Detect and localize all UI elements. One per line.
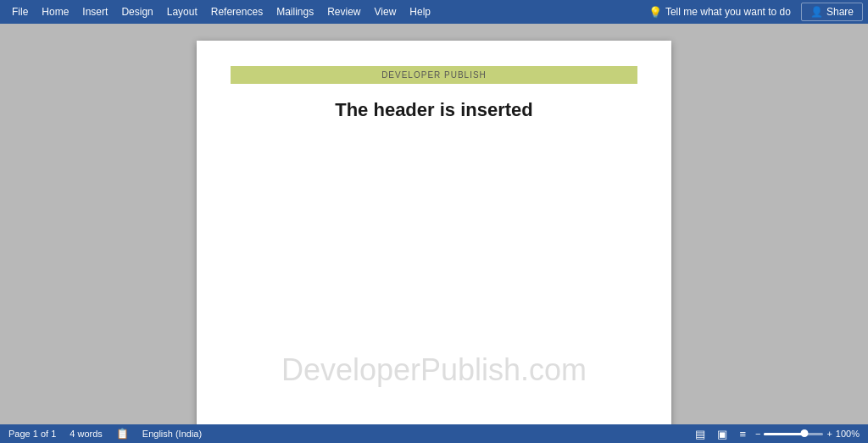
header-banner: DEVELOPER PUBLISH [231,66,637,84]
menu-home[interactable]: Home [35,3,75,21]
menu-references[interactable]: References [204,3,270,21]
share-button[interactable]: 👤 Share [801,3,863,21]
status-right: ▤ ▣ ≡ − + 100% [693,427,860,441]
read-mode-icon[interactable]: ▤ [693,427,708,441]
document-heading: The header is inserted [231,99,637,121]
zoom-bar[interactable] [764,433,823,435]
ribbon: File Home Insert Design Layout Reference… [0,0,868,24]
menu-insert[interactable]: Insert [75,3,114,21]
print-layout-icon[interactable]: ▣ [715,427,730,441]
web-layout-icon[interactable]: ≡ [737,427,748,441]
menu-mailings[interactable]: Mailings [270,3,320,21]
ribbon-search-area: 💡 Tell me what you want to do [648,6,791,19]
zoom-percent: 100% [836,429,860,439]
search-text[interactable]: Tell me what you want to do [665,6,791,18]
menu-review[interactable]: Review [320,3,367,21]
zoom-slider: − + 100% [755,429,860,439]
language: English (India) [142,429,202,439]
menu-design[interactable]: Design [114,3,159,21]
menu-file[interactable]: File [5,3,35,21]
document-page: DEVELOPER PUBLISH The header is inserted… [197,41,671,424]
document-area: DEVELOPER PUBLISH The header is inserted… [0,24,868,424]
menu-layout[interactable]: Layout [160,3,204,21]
zoom-thumb [801,429,809,437]
zoom-plus-button[interactable]: + [826,429,832,439]
document-check-icon: 📋 [116,428,129,440]
lightbulb-icon: 💡 [648,6,662,19]
word-count: 4 words [70,429,103,439]
status-bar: Page 1 of 1 4 words 📋 English (India) ▤ … [0,424,868,443]
menu-help[interactable]: Help [403,3,437,21]
menu-view[interactable]: View [368,3,403,21]
share-label: Share [826,6,854,18]
watermark: DeveloperPublish.com [281,352,587,388]
page-info: Page 1 of 1 [8,429,56,439]
person-icon: 👤 [810,6,823,18]
zoom-bar-fill [764,433,805,435]
zoom-minus-button[interactable]: − [755,429,760,439]
